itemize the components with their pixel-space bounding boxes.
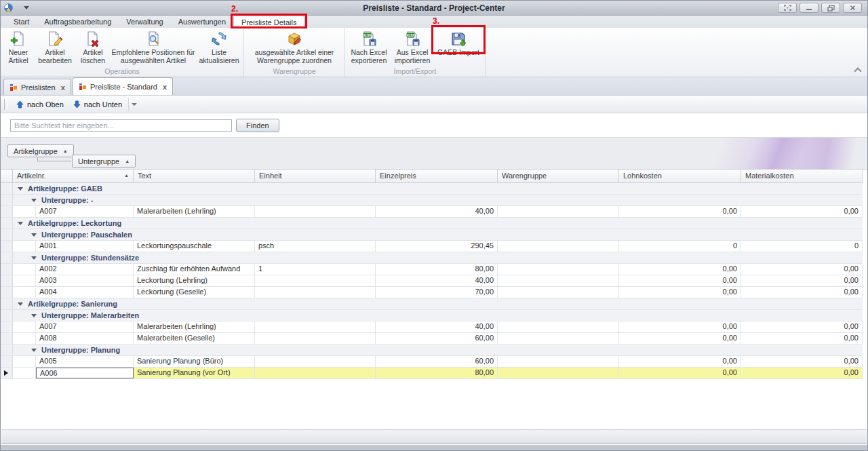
cell-artikelnr[interactable]: A007 <box>36 206 134 217</box>
collapse-icon[interactable] <box>31 199 37 202</box>
doc-tab-preisliste-standard[interactable]: Preisliste - Standard x <box>73 77 173 95</box>
column-header-einzelpreis[interactable]: Einzelpreis <box>376 170 498 182</box>
restore-button[interactable] <box>821 3 840 13</box>
cell-einzelpreis[interactable]: 60,00 <box>376 333 498 344</box>
tab-verwaltung[interactable]: Verwaltung <box>119 16 170 28</box>
cell-text[interactable]: Sanierung Planung (vor Ort) <box>134 368 255 378</box>
cell-materialkosten[interactable]: 0,00 <box>741 333 863 344</box>
cell-einzelpreis[interactable]: 60,00 <box>376 356 498 367</box>
cell-lohnkosten[interactable]: 0 <box>619 241 741 252</box>
subgroup-row[interactable]: Untergruppe: - <box>1 195 863 206</box>
cell-warengruppe[interactable] <box>498 368 619 378</box>
group-row[interactable]: Artikelgruppe: Leckortung <box>1 218 863 229</box>
cell-materialkosten[interactable]: 0,00 <box>741 368 863 378</box>
cell-einheit[interactable]: psch <box>255 241 376 252</box>
cell-artikelnr[interactable]: A007 <box>36 321 134 332</box>
column-header-text[interactable]: Text <box>134 170 255 182</box>
cell-einheit[interactable]: 1 <box>255 264 376 275</box>
collapse-ribbon-icon[interactable] <box>855 67 861 73</box>
cell-einheit[interactable] <box>255 333 376 344</box>
collapse-icon[interactable] <box>18 187 23 191</box>
empfohlene-positionen-button[interactable]: Empfohlene Positionen für ausgewählten A… <box>110 28 197 64</box>
cell-text[interactable]: Leckortung (Geselle) <box>134 287 255 298</box>
cell-einzelpreis[interactable]: 80,00 <box>376 368 498 378</box>
table-row[interactable]: A001Leckortungspauschalepsch290,4500 <box>1 241 863 252</box>
group-row[interactable]: Artikelgruppe: Sanierung <box>1 298 863 310</box>
table-row[interactable]: A005Sanierung Planung (Büro)60,000,000,0… <box>1 356 863 368</box>
cell-warengruppe[interactable] <box>498 287 619 298</box>
cell-einzelpreis[interactable]: 40,00 <box>376 206 498 217</box>
gaeb-import-button[interactable]: GAEB Import 3. <box>434 28 483 56</box>
collapse-icon[interactable] <box>31 256 37 260</box>
table-row[interactable]: A007Malerarbeiten (Lehrling)40,000,000,0… <box>1 206 863 218</box>
cell-materialkosten[interactable]: 0,00 <box>741 356 863 367</box>
cell-artikelnr[interactable]: A003 <box>36 275 134 286</box>
cell-materialkosten[interactable]: 0,00 <box>741 206 863 217</box>
cell-einheit[interactable] <box>255 287 376 298</box>
cell-materialkosten[interactable]: 0,00 <box>741 264 863 275</box>
cell-einheit[interactable] <box>255 356 376 367</box>
cell-warengruppe[interactable] <box>498 321 619 332</box>
group-by-untergruppe[interactable]: Untergruppe ▲ <box>72 155 136 168</box>
cell-text[interactable]: Malerarbeiten (Lehrling) <box>134 321 255 332</box>
toolbar-grip[interactable] <box>4 99 7 110</box>
collapse-icon[interactable] <box>31 233 37 237</box>
cell-text[interactable]: Malerarbeiten (Lehrling) <box>134 206 255 217</box>
close-icon[interactable]: x <box>61 83 65 92</box>
artikel-bearbeiten-button[interactable]: Artikel bearbeiten <box>34 28 76 64</box>
cell-lohnkosten[interactable]: 0,00 <box>619 206 741 217</box>
nach-unten-button[interactable]: nach Unten <box>68 99 127 110</box>
doc-tab-preislisten[interactable]: Preislisten x <box>3 79 71 95</box>
cell-lohnkosten[interactable]: 0,00 <box>619 368 741 378</box>
tab-auftragsbearbeitung[interactable]: Auftragsbearbeitung <box>37 16 119 28</box>
cell-text[interactable]: Leckortungspauschale <box>134 241 255 252</box>
cell-einheit[interactable] <box>255 206 376 217</box>
cell-warengruppe[interactable] <box>498 333 619 344</box>
subgroup-row[interactable]: Untergruppe: Planung <box>1 345 863 356</box>
cell-artikelnr[interactable]: A004 <box>36 287 134 298</box>
cell-materialkosten[interactable]: 0,00 <box>741 321 863 332</box>
cell-artikelnr[interactable]: A005 <box>36 356 134 367</box>
find-button[interactable]: Finden <box>236 119 279 132</box>
sort-asc-icon[interactable]: ▲ <box>125 159 130 163</box>
neuer-artikel-button[interactable]: Neuer Artikel <box>3 28 34 64</box>
collapse-icon[interactable] <box>18 302 23 306</box>
cell-text[interactable]: Malerarbeiten (Geselle) <box>134 333 255 344</box>
artikel-loeschen-button[interactable]: Artikel löschen <box>76 28 110 64</box>
close-button[interactable] <box>843 3 862 13</box>
cell-warengruppe[interactable] <box>498 275 619 286</box>
cell-lohnkosten[interactable]: 0,00 <box>619 321 741 332</box>
close-icon[interactable]: x <box>163 83 167 91</box>
liste-aktualisieren-button[interactable]: Liste aktualisieren <box>197 28 241 64</box>
cell-artikelnr[interactable]: A008 <box>36 333 134 344</box>
subgroup-row[interactable]: Untergruppe: Stundensätze <box>1 252 863 264</box>
fullscreen-button[interactable] <box>778 3 797 13</box>
cell-text[interactable]: Sanierung Planung (Büro) <box>134 356 255 367</box>
subgroup-row[interactable]: Untergruppe: Pauschalen <box>1 229 863 241</box>
nach-oben-button[interactable]: nach Oben <box>12 99 68 110</box>
cell-materialkosten[interactable]: 0,00 <box>741 287 863 298</box>
cell-lohnkosten[interactable]: 0,00 <box>619 356 741 367</box>
table-row[interactable]: A007Malerarbeiten (Lehrling)40,000,000,0… <box>1 321 863 333</box>
cell-einheit[interactable] <box>255 275 376 286</box>
cell-warengruppe[interactable] <box>498 241 619 252</box>
tab-auswertungen[interactable]: Auswertungen <box>171 16 233 28</box>
cell-warengruppe[interactable] <box>498 264 619 275</box>
cell-artikelnr[interactable]: A002 <box>36 264 134 275</box>
toolbar-overflow-button[interactable] <box>128 98 139 111</box>
cell-einzelpreis[interactable]: 40,00 <box>376 275 498 286</box>
cell-artikelnr[interactable]: A001 <box>36 241 134 252</box>
cell-materialkosten[interactable]: 0,00 <box>741 275 863 286</box>
nach-excel-exportieren-button[interactable]: XLSX Nach Excel exportieren <box>347 28 391 64</box>
cell-einzelpreis[interactable]: 290,45 <box>376 241 498 252</box>
group-row[interactable]: Artikelgruppe: GAEB <box>1 183 863 195</box>
tab-preisliste-details[interactable]: Preisliste Details <box>233 16 304 28</box>
table-row[interactable]: A008Malerarbeiten (Geselle)60,000,000,00 <box>1 333 863 345</box>
cell-warengruppe[interactable] <box>498 356 619 367</box>
aus-excel-importieren-button[interactable]: XLSX Aus Excel importieren <box>391 28 434 64</box>
subgroup-row[interactable]: Untergruppe: Malerarbeiten <box>1 310 863 321</box>
search-input[interactable] <box>10 119 232 132</box>
cell-lohnkosten[interactable]: 0,00 <box>619 275 741 286</box>
column-header-artikelnr[interactable]: Artikelnr.▲ <box>13 170 134 182</box>
cell-einheit[interactable] <box>255 321 376 332</box>
